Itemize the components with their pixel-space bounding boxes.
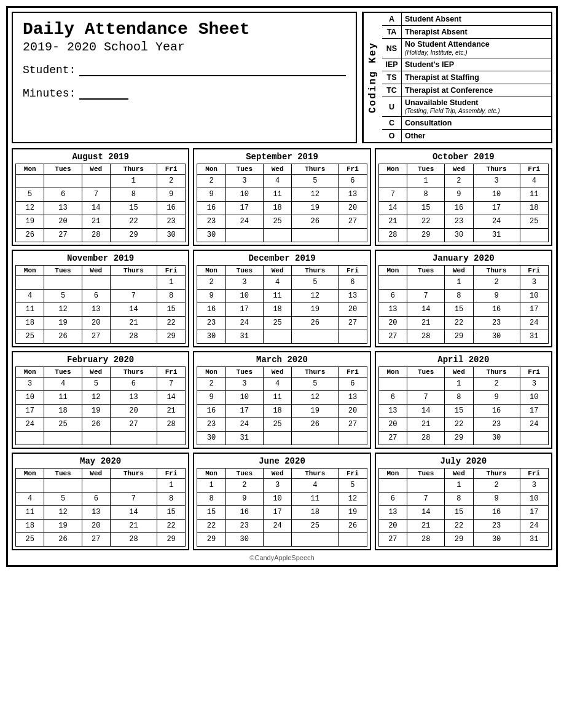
calendar-day-cell: 19 xyxy=(44,520,82,533)
table-row: 2021222324 xyxy=(378,520,548,533)
calendar-day-cell: 21 xyxy=(82,215,110,229)
calendar-day-cell: 17 xyxy=(225,303,263,317)
calendar-day-cell: 13 xyxy=(82,303,110,317)
calendar-day-cell xyxy=(339,533,367,547)
calendar-day-header: Thurs xyxy=(473,367,520,378)
calendar-day-cell: 2 xyxy=(225,479,263,493)
calendar-day-cell: 19 xyxy=(292,405,339,418)
calendar-day-cell: 30 xyxy=(473,533,520,547)
calendar-day-cell: 31 xyxy=(225,330,263,344)
calendar-day-cell: 30 xyxy=(197,330,225,344)
calendar-day-cell: 7 xyxy=(157,378,185,391)
calendar-day-cell: 25 xyxy=(44,418,82,432)
calendar-day-cell: 2 xyxy=(473,378,520,391)
calendar-day-cell: 5 xyxy=(292,175,339,188)
calendar-day-cell: 23 xyxy=(225,520,263,533)
calendar-day-cell: 4 xyxy=(16,290,44,303)
table-row: 1718192021 xyxy=(16,405,186,418)
calendar-day-header: Thurs xyxy=(292,367,339,378)
calendar-day-header: Fri xyxy=(157,469,185,479)
coding-code: NS xyxy=(382,39,402,58)
calendar-table: MonTuesWedThursFri2345691011121316171819… xyxy=(197,366,367,445)
calendar-day-cell: 29 xyxy=(407,229,445,242)
calendar-title: March 2020 xyxy=(197,355,367,365)
calendar-title: September 2019 xyxy=(197,152,367,162)
table-row: 123 xyxy=(378,276,548,290)
calendar-table: MonTuesWedThursFri1234789101114151617182… xyxy=(378,164,549,242)
calendar-day-cell xyxy=(378,378,407,391)
calendar-day-header: Mon xyxy=(378,266,407,276)
calendar-day-cell: 24 xyxy=(225,317,263,330)
calendar-day-cell: 12 xyxy=(292,391,339,405)
calendar-day-header: Tues xyxy=(407,469,445,479)
calendar-day-header: Thurs xyxy=(473,266,520,276)
coding-code: A xyxy=(382,13,402,25)
calendar-day-header: Fri xyxy=(339,164,367,175)
calendar-day-cell: 23 xyxy=(197,317,225,330)
calendar-day-cell: 21 xyxy=(407,317,445,330)
calendar-day-cell: 8 xyxy=(407,188,445,202)
table-row: 30 xyxy=(197,229,367,242)
calendar-day-header: Fri xyxy=(339,266,367,276)
calendar-title: February 2020 xyxy=(15,355,186,365)
table-row: 1617181920 xyxy=(197,303,367,317)
table-row: 1234 xyxy=(378,175,548,188)
calendar-day-cell: 27 xyxy=(339,215,367,229)
calendar-day-cell: 29 xyxy=(157,533,185,547)
calendar-day-header: Mon xyxy=(378,469,407,479)
coding-main: No Student Attendance xyxy=(405,40,548,49)
calendar-day-cell: 24 xyxy=(225,418,263,432)
calendar-day-cell: 20 xyxy=(339,405,367,418)
calendar-day-cell: 19 xyxy=(339,506,367,520)
table-row: 2122232425 xyxy=(378,215,548,229)
calendar-day-cell xyxy=(110,479,157,493)
calendar-day-cell: 4 xyxy=(292,479,339,493)
coding-key-table: A Student Absent TA Therapist Absent NS … xyxy=(382,13,551,142)
calendar-title: December 2019 xyxy=(197,253,367,263)
calendar-day-header: Thurs xyxy=(110,367,157,378)
calendar-day-cell: 3 xyxy=(16,378,44,391)
calendar-day-cell: 8 xyxy=(197,493,225,506)
table-row: 3031 xyxy=(197,330,367,344)
calendar-table: MonTuesWedThursFri1236789101314151617202… xyxy=(378,366,549,445)
school-year: 2019- 2020 School Year xyxy=(23,40,346,54)
table-row: 123 xyxy=(378,479,548,493)
calendar-day-cell: 25 xyxy=(16,330,44,344)
coding-desc: Therapist at Conference xyxy=(402,84,551,97)
calendar-day-cell: 2 xyxy=(445,175,473,188)
calendar-day-cell: 3 xyxy=(520,479,548,493)
calendar-day-header: Tues xyxy=(407,367,445,378)
calendar-day-cell: 11 xyxy=(44,391,82,405)
table-row: 56789 xyxy=(16,188,186,202)
calendar-day-cell: 25 xyxy=(263,418,291,432)
calendar-box: February 2020MonTuesWedThursFri345671011… xyxy=(12,351,189,449)
student-line: Student: xyxy=(23,64,346,76)
calendar-day-header: Mon xyxy=(197,469,225,479)
calendar-day-cell: 31 xyxy=(473,229,520,242)
calendar-day-cell: 27 xyxy=(110,418,157,432)
table-row: 1819202122 xyxy=(16,520,186,533)
table-row: 1011121314 xyxy=(16,391,186,405)
coding-code: C xyxy=(382,117,402,129)
calendar-day-cell: 14 xyxy=(407,405,445,418)
coding-code: TA xyxy=(382,26,402,38)
calendar-day-cell: 3 xyxy=(520,276,548,290)
calendar-title: October 2019 xyxy=(378,152,549,162)
calendar-day-cell: 13 xyxy=(378,303,407,317)
calendar-day-cell: 21 xyxy=(407,520,445,533)
table-row: 3031 xyxy=(197,432,367,445)
calendar-day-cell: 28 xyxy=(407,533,445,547)
calendar-day-header: Thurs xyxy=(473,469,520,479)
calendar-day-cell: 4 xyxy=(263,175,291,188)
calendar-day-cell: 22 xyxy=(157,520,185,533)
calendar-day-cell: 11 xyxy=(16,506,44,520)
calendar-day-cell: 6 xyxy=(110,378,157,391)
calendar-day-header: Wed xyxy=(82,266,110,276)
calendar-day-cell xyxy=(520,432,548,445)
calendar-day-header: Tues xyxy=(225,164,263,175)
calendar-day-cell: 23 xyxy=(473,317,520,330)
calendar-day-cell: 30 xyxy=(157,229,185,242)
table-row: 678910 xyxy=(378,493,548,506)
calendar-day-cell: 21 xyxy=(157,405,185,418)
calendar-day-cell: 20 xyxy=(378,418,407,432)
